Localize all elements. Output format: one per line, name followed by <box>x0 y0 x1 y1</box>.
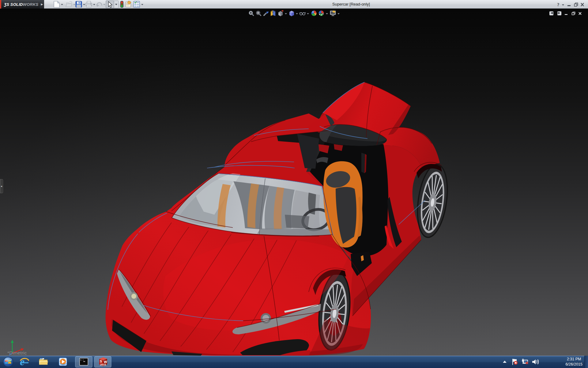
svg-text:C:\: C:\ <box>80 359 84 361</box>
svg-text:S: S <box>100 359 102 363</box>
svg-text:e: e <box>20 356 24 367</box>
svg-text:2015: 2015 <box>100 363 106 366</box>
svg-text:?: ? <box>557 2 560 7</box>
